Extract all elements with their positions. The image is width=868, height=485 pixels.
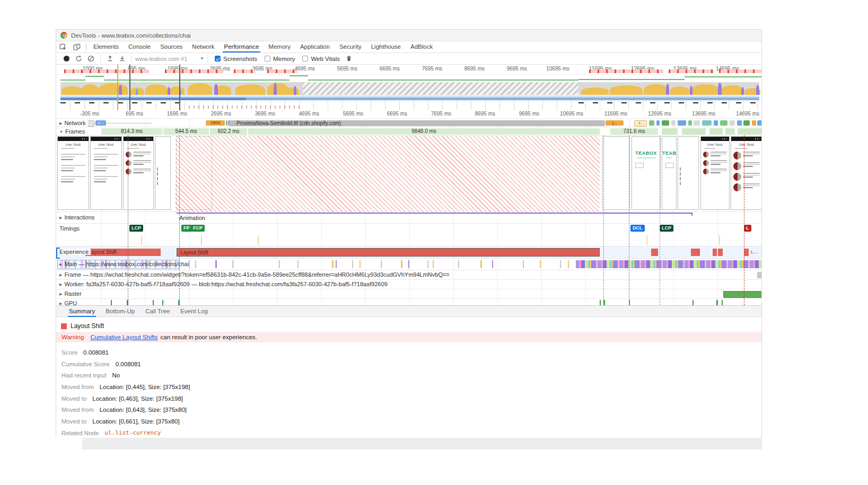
timing-badge-lcp[interactable]: LCP — [660, 225, 673, 232]
layout-shift-block[interactable] — [691, 249, 700, 256]
screenshot-thumbnail[interactable]: CHAI TEAS — [57, 136, 89, 210]
layout-shift-bar-selected[interactable]: Layout Shift — [177, 248, 600, 257]
track-main[interactable]: ▶Main — https://www.teabox.com/collectio… — [56, 258, 761, 270]
web-vitals-checkbox-box[interactable] — [302, 56, 308, 61]
track-worker[interactable]: ▶Worker: fa3fa257-6030-427b-baf5-f718aaf… — [56, 279, 761, 289]
request-chip-f[interactable]: f.. — [634, 120, 647, 127]
track-frames-label[interactable]: ▼Frames — [59, 128, 87, 135]
track-gpu[interactable]: ▶GPU — [56, 298, 761, 305]
save-profile-icon[interactable] — [119, 55, 126, 62]
track-interactions-label[interactable]: ▶Interactions — [59, 214, 97, 221]
load-profile-icon[interactable] — [107, 55, 113, 62]
expand-arrow-icon[interactable]: ▶ — [59, 262, 62, 266]
checkbox-web-vitals[interactable]: Web Vitals — [302, 56, 340, 62]
screenshot-thumbnail[interactable] — [155, 136, 171, 210]
request-chip[interactable] — [720, 120, 727, 126]
track-frame[interactable]: ▶Frame — https://wchat.freshchat.com/wid… — [56, 270, 761, 279]
track-experience[interactable]: Layout Shift Experience Layout Shift L… — [56, 246, 761, 258]
layout-shift-block[interactable] — [718, 249, 723, 256]
track-network[interactable]: ▶Network c...1903ProximaNova-Semibold.tt… — [56, 118, 761, 127]
screenshot-thumbnail[interactable]: CHAI TEAS — [700, 136, 730, 210]
request-chip[interactable] — [737, 120, 742, 126]
track-interactions[interactable]: ▶Interactions Animation — [56, 211, 761, 223]
tab-event-log[interactable]: Event Log — [175, 306, 213, 317]
expand-arrow-icon[interactable]: ▶ — [59, 283, 62, 286]
raster-task-bar[interactable] — [723, 291, 761, 298]
tab-bottom-up[interactable]: Bottom-Up — [100, 306, 140, 317]
memory-checkbox-box[interactable] — [265, 56, 270, 61]
tab-network[interactable]: Network — [187, 41, 219, 52]
request-chip[interactable] — [702, 120, 712, 126]
track-experience-label[interactable]: Experience — [59, 249, 91, 255]
cumulative-layout-shifts-link[interactable]: Cumulative Layout Shifts — [90, 334, 157, 340]
request-chip[interactable] — [694, 120, 700, 126]
expand-arrow-icon[interactable]: ▶ — [59, 273, 62, 277]
expand-arrow-icon[interactable]: ▶ — [59, 292, 62, 296]
frame-duration-bar[interactable]: 731.6 ms — [610, 128, 658, 135]
screenshot-thumbnail[interactable] — [678, 136, 699, 210]
request-chip-1903[interactable]: 1903 — [206, 120, 225, 126]
request-chip[interactable] — [671, 120, 676, 126]
tab-call-tree[interactable]: Call Tree — [140, 306, 175, 317]
timing-badge-fcp[interactable]: FCP — [191, 225, 205, 232]
request-chip[interactable] — [743, 120, 750, 126]
screenshot-thumbnail[interactable]: CHAI TEAS — [90, 136, 122, 210]
track-gpu-label[interactable]: ▶GPU — [59, 300, 79, 305]
tab-performance[interactable]: Performance — [220, 41, 264, 52]
history-select[interactable]: www.teabox.com #1 ▼ — [135, 56, 204, 62]
request-chip[interactable] — [730, 120, 735, 126]
screenshot-thumbnail[interactable]: TEABOX — [662, 136, 677, 210]
screenshots-checkbox-box[interactable] — [215, 56, 221, 61]
tab-security[interactable]: Security — [335, 41, 366, 52]
track-frames[interactable]: ▼Frames 814.3 ms544.5 ms602.2 ms9848.0 m… — [56, 127, 761, 135]
collapse-arrow-icon[interactable]: ▼ — [59, 130, 63, 134]
timing-badge-l[interactable]: L — [744, 225, 751, 232]
screenshot-thumbnail[interactable]: CHAI TEAS — [731, 136, 761, 210]
track-raster[interactable]: ▶Raster — [56, 289, 761, 298]
request-chip-c[interactable]: c... — [95, 120, 106, 126]
tab-summary[interactable]: Summary — [64, 306, 100, 317]
request-chip[interactable] — [678, 120, 686, 126]
screenshot-thumbnail[interactable] — [602, 136, 630, 210]
tab-lighthouse[interactable]: Lighthouse — [366, 41, 406, 52]
checkbox-memory[interactable]: Memory — [265, 56, 295, 62]
request-chip[interactable] — [757, 120, 761, 126]
frame-duration-bar[interactable]: 544.5 ms — [163, 128, 209, 135]
request-chip[interactable] — [752, 120, 756, 126]
garbage-collect-icon[interactable] — [346, 55, 352, 62]
timing-badge-fp[interactable]: FP — [181, 225, 192, 232]
checkbox-screenshots[interactable]: Screenshots — [215, 56, 257, 62]
tab-memory[interactable]: Memory — [264, 41, 295, 52]
layout-shift-bar-small[interactable]: Layout Shift — [85, 249, 161, 256]
screenshot-thumbnail[interactable]: TEABOX — [632, 136, 661, 210]
reload-and-record-button[interactable] — [75, 55, 82, 62]
track-frame-label[interactable]: ▶Frame — https://wchat.freshchat.com/wid… — [59, 271, 452, 278]
tab-elements[interactable]: Elements — [89, 41, 124, 52]
layout-shift-block[interactable] — [713, 249, 717, 256]
expand-arrow-icon[interactable]: ▶ — [59, 302, 62, 305]
track-main-label[interactable]: ▶Main — https://www.teabox.com/collectio… — [59, 261, 191, 267]
request-chip[interactable] — [662, 120, 669, 126]
timing-badge-lcp[interactable]: LCP — [129, 225, 143, 232]
request-chip[interactable] — [87, 120, 94, 127]
clear-icon[interactable] — [87, 55, 94, 62]
tab-console[interactable]: Console — [124, 41, 155, 52]
layout-shift-block[interactable] — [651, 249, 658, 256]
tab-sources[interactable]: Sources — [155, 41, 187, 52]
track-worker-label[interactable]: ▶Worker: fa3fa257-6030-427b-baf5-f718aaf… — [59, 281, 390, 287]
tab-application[interactable]: Application — [295, 41, 335, 52]
device-toolbar-icon[interactable] — [72, 43, 82, 51]
frame-duration-bar[interactable]: 602.2 ms — [210, 128, 247, 135]
timeline-overview[interactable]: 1000 ms695 ms1695 ms2695 ms3695 ms4695 m… — [56, 65, 761, 111]
request-chip[interactable] — [714, 120, 718, 126]
font-request-bar[interactable]: ProximaNova-Semibold.ttf (cdn.shopify.co… — [229, 120, 605, 126]
request-chip[interactable] — [649, 120, 654, 126]
frame-duration-bar[interactable]: 9848.0 ms — [248, 128, 600, 135]
filmstrip-screenshots[interactable]: CHAI TEASCHAI TEASCHAI TEASTEABOXTEABOXC… — [56, 135, 761, 212]
expand-arrow-icon[interactable]: ▶ — [59, 121, 62, 125]
track-timings[interactable]: Timings LCPFPFCPDCLLCPL — [56, 223, 761, 246]
record-button[interactable] — [64, 56, 69, 61]
inspect-element-icon[interactable] — [58, 43, 68, 51]
track-raster-label[interactable]: ▶Raster — [59, 290, 84, 297]
request-chip[interactable] — [226, 120, 227, 126]
